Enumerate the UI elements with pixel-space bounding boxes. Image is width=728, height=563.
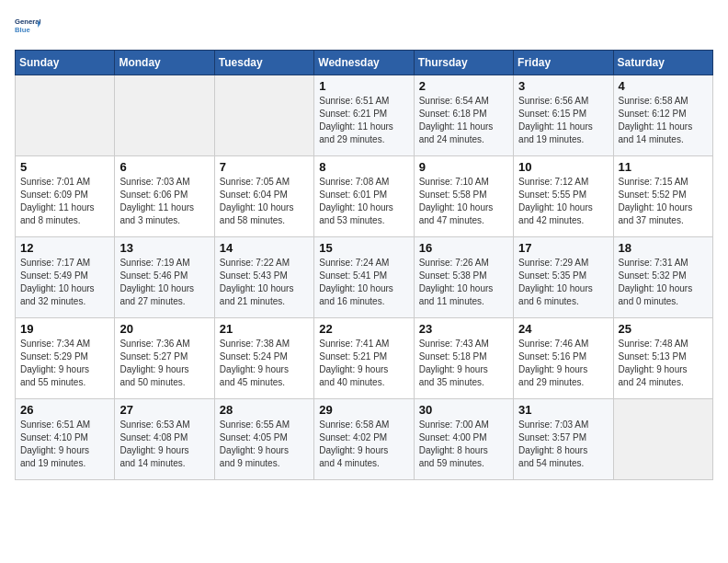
calendar-cell: 13Sunrise: 7:19 AM Sunset: 5:46 PM Dayli… (115, 237, 214, 318)
calendar-week-row: 26Sunrise: 6:51 AM Sunset: 4:10 PM Dayli… (16, 399, 713, 480)
calendar-cell: 7Sunrise: 7:05 AM Sunset: 6:04 PM Daylig… (214, 156, 313, 237)
cell-content: Sunrise: 7:12 AM Sunset: 5:55 PM Dayligh… (518, 176, 608, 227)
calendar-cell (115, 75, 214, 156)
day-number: 24 (518, 322, 608, 336)
svg-text:Blue: Blue (15, 26, 30, 34)
calendar-cell: 10Sunrise: 7:12 AM Sunset: 5:55 PM Dayli… (514, 156, 613, 237)
day-number: 9 (419, 160, 508, 174)
day-number: 12 (20, 241, 109, 255)
calendar-cell: 15Sunrise: 7:24 AM Sunset: 5:41 PM Dayli… (314, 237, 414, 318)
day-number: 4 (619, 79, 708, 93)
cell-content: Sunrise: 6:51 AM Sunset: 4:10 PM Dayligh… (20, 419, 109, 470)
day-number: 1 (319, 79, 408, 93)
calendar-cell: 27Sunrise: 6:53 AM Sunset: 4:08 PM Dayli… (115, 399, 214, 480)
day-number: 31 (518, 403, 608, 417)
day-number: 7 (220, 160, 309, 174)
calendar-cell: 22Sunrise: 7:41 AM Sunset: 5:21 PM Dayli… (314, 318, 414, 399)
calendar-cell: 14Sunrise: 7:22 AM Sunset: 5:43 PM Dayli… (214, 237, 313, 318)
day-of-week-header: Friday (514, 51, 613, 75)
page-header: General Blue (15, 15, 713, 40)
cell-content: Sunrise: 6:55 AM Sunset: 4:05 PM Dayligh… (220, 419, 309, 470)
calendar-cell: 24Sunrise: 7:46 AM Sunset: 5:16 PM Dayli… (514, 318, 613, 399)
cell-content: Sunrise: 7:46 AM Sunset: 5:16 PM Dayligh… (518, 338, 608, 389)
cell-content: Sunrise: 7:48 AM Sunset: 5:13 PM Dayligh… (619, 338, 708, 389)
calendar-cell: 31Sunrise: 7:03 AM Sunset: 3:57 PM Dayli… (514, 399, 613, 480)
cell-content: Sunrise: 7:19 AM Sunset: 5:46 PM Dayligh… (119, 257, 209, 308)
day-number: 5 (20, 160, 109, 174)
cell-content: Sunrise: 6:53 AM Sunset: 4:08 PM Dayligh… (119, 419, 209, 470)
calendar-cell: 2Sunrise: 6:54 AM Sunset: 6:18 PM Daylig… (414, 75, 513, 156)
calendar-cell: 18Sunrise: 7:31 AM Sunset: 5:32 PM Dayli… (613, 237, 712, 318)
day-number: 26 (20, 403, 109, 417)
calendar-cell: 21Sunrise: 7:38 AM Sunset: 5:24 PM Dayli… (214, 318, 313, 399)
cell-content: Sunrise: 7:43 AM Sunset: 5:18 PM Dayligh… (419, 338, 508, 389)
day-of-week-header: Tuesday (214, 51, 313, 75)
day-number: 15 (319, 241, 408, 255)
day-number: 11 (619, 160, 708, 174)
calendar-cell: 26Sunrise: 6:51 AM Sunset: 4:10 PM Dayli… (16, 399, 115, 480)
calendar-cell: 29Sunrise: 6:58 AM Sunset: 4:02 PM Dayli… (314, 399, 414, 480)
calendar-cell: 3Sunrise: 6:56 AM Sunset: 6:15 PM Daylig… (514, 75, 613, 156)
day-number: 29 (319, 403, 408, 417)
cell-content: Sunrise: 6:56 AM Sunset: 6:15 PM Dayligh… (518, 95, 608, 146)
day-number: 8 (319, 160, 408, 174)
day-number: 30 (419, 403, 508, 417)
cell-content: Sunrise: 6:54 AM Sunset: 6:18 PM Dayligh… (419, 95, 508, 146)
calendar-cell: 9Sunrise: 7:10 AM Sunset: 5:58 PM Daylig… (414, 156, 513, 237)
cell-content: Sunrise: 7:05 AM Sunset: 6:04 PM Dayligh… (220, 176, 309, 227)
day-number: 19 (20, 322, 109, 336)
cell-content: Sunrise: 7:24 AM Sunset: 5:41 PM Dayligh… (319, 257, 408, 308)
cell-content: Sunrise: 7:03 AM Sunset: 3:57 PM Dayligh… (518, 419, 608, 470)
day-number: 18 (619, 241, 708, 255)
cell-content: Sunrise: 7:34 AM Sunset: 5:29 PM Dayligh… (20, 338, 109, 389)
cell-content: Sunrise: 7:29 AM Sunset: 5:35 PM Dayligh… (518, 257, 608, 308)
calendar-week-row: 5Sunrise: 7:01 AM Sunset: 6:09 PM Daylig… (16, 156, 713, 237)
svg-text:General: General (15, 17, 40, 26)
day-number: 17 (518, 241, 608, 255)
day-number: 25 (619, 322, 708, 336)
calendar-cell (214, 75, 313, 156)
cell-content: Sunrise: 6:51 AM Sunset: 6:21 PM Dayligh… (319, 95, 408, 146)
day-of-week-header: Sunday (16, 51, 115, 75)
day-number: 16 (419, 241, 508, 255)
calendar-cell: 6Sunrise: 7:03 AM Sunset: 6:06 PM Daylig… (115, 156, 214, 237)
calendar-cell: 28Sunrise: 6:55 AM Sunset: 4:05 PM Dayli… (214, 399, 313, 480)
cell-content: Sunrise: 7:36 AM Sunset: 5:27 PM Dayligh… (119, 338, 209, 389)
cell-content: Sunrise: 7:26 AM Sunset: 5:38 PM Dayligh… (419, 257, 508, 308)
day-number: 14 (220, 241, 309, 255)
calendar-cell: 16Sunrise: 7:26 AM Sunset: 5:38 PM Dayli… (414, 237, 513, 318)
day-of-week-header: Thursday (414, 51, 513, 75)
day-of-week-header: Monday (115, 51, 214, 75)
calendar-cell: 20Sunrise: 7:36 AM Sunset: 5:27 PM Dayli… (115, 318, 214, 399)
day-number: 21 (220, 322, 309, 336)
day-number: 28 (220, 403, 309, 417)
calendar-header-row: SundayMondayTuesdayWednesdayThursdayFrid… (16, 51, 713, 75)
cell-content: Sunrise: 7:10 AM Sunset: 5:58 PM Dayligh… (419, 176, 508, 227)
cell-content: Sunrise: 6:58 AM Sunset: 4:02 PM Dayligh… (319, 419, 408, 470)
cell-content: Sunrise: 7:17 AM Sunset: 5:49 PM Dayligh… (20, 257, 109, 308)
calendar-cell: 30Sunrise: 7:00 AM Sunset: 4:00 PM Dayli… (414, 399, 513, 480)
calendar-body: 1Sunrise: 6:51 AM Sunset: 6:21 PM Daylig… (16, 75, 713, 480)
cell-content: Sunrise: 7:08 AM Sunset: 6:01 PM Dayligh… (319, 176, 408, 227)
day-number: 22 (319, 322, 408, 336)
calendar-cell: 12Sunrise: 7:17 AM Sunset: 5:49 PM Dayli… (16, 237, 115, 318)
calendar-cell: 17Sunrise: 7:29 AM Sunset: 5:35 PM Dayli… (514, 237, 613, 318)
calendar-week-row: 12Sunrise: 7:17 AM Sunset: 5:49 PM Dayli… (16, 237, 713, 318)
calendar-cell (613, 399, 712, 480)
calendar-cell: 11Sunrise: 7:15 AM Sunset: 5:52 PM Dayli… (613, 156, 712, 237)
calendar-cell: 25Sunrise: 7:48 AM Sunset: 5:13 PM Dayli… (613, 318, 712, 399)
cell-content: Sunrise: 7:38 AM Sunset: 5:24 PM Dayligh… (220, 338, 309, 389)
day-number: 20 (119, 322, 209, 336)
calendar-cell (16, 75, 115, 156)
cell-content: Sunrise: 7:15 AM Sunset: 5:52 PM Dayligh… (619, 176, 708, 227)
day-number: 2 (419, 79, 508, 93)
day-number: 27 (119, 403, 209, 417)
calendar-cell: 1Sunrise: 6:51 AM Sunset: 6:21 PM Daylig… (314, 75, 414, 156)
day-number: 23 (419, 322, 508, 336)
logo-icon: General Blue (15, 15, 40, 40)
day-number: 13 (119, 241, 209, 255)
cell-content: Sunrise: 7:41 AM Sunset: 5:21 PM Dayligh… (319, 338, 408, 389)
day-number: 10 (518, 160, 608, 174)
calendar-table: SundayMondayTuesdayWednesdayThursdayFrid… (15, 50, 713, 480)
day-of-week-header: Saturday (613, 51, 712, 75)
